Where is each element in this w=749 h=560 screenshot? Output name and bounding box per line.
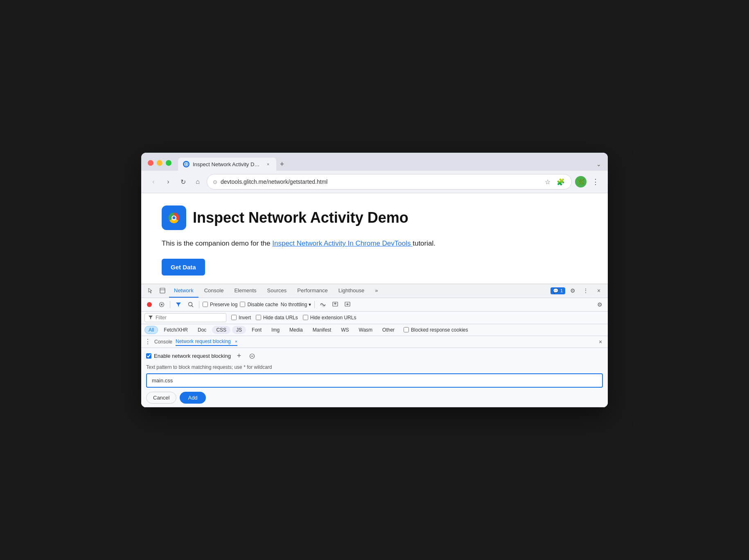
clear-button[interactable]: [157, 300, 167, 309]
type-btn-doc[interactable]: Doc: [194, 326, 210, 334]
blocked-cookies-label[interactable]: Blocked response cookies: [404, 327, 468, 333]
forward-button[interactable]: ›: [162, 176, 174, 187]
url-bar[interactable]: ⊙ devtools.glitch.me/network/getstarted.…: [207, 174, 572, 190]
back-button[interactable]: ‹: [148, 176, 159, 187]
bookmark-icon[interactable]: ☆: [543, 177, 553, 187]
filter-funnel-icon: [148, 315, 153, 320]
tab-console[interactable]: Console: [199, 284, 229, 298]
tab-favicon: [183, 161, 190, 167]
type-btn-media[interactable]: Media: [285, 326, 307, 334]
description-link[interactable]: Inspect Network Activity In Chrome DevTo…: [272, 239, 413, 247]
blocking-panel: Enable network request blocking + Text p…: [141, 348, 608, 407]
security-icon: ⊙: [213, 179, 217, 185]
reload-button[interactable]: ↻: [177, 176, 189, 187]
type-btn-manifest[interactable]: Manifest: [309, 326, 335, 334]
close-window-button[interactable]: [148, 160, 153, 166]
blocking-header: Enable network request blocking +: [146, 351, 603, 361]
invert-label[interactable]: Invert: [231, 315, 251, 321]
devtools-close-button[interactable]: ×: [593, 285, 605, 296]
browser-menu-button[interactable]: ⋮: [590, 176, 601, 187]
network-conditions-button[interactable]: [318, 300, 328, 309]
type-btn-js[interactable]: JS: [232, 326, 246, 334]
filter-button[interactable]: [174, 300, 183, 309]
minimize-window-button[interactable]: [157, 160, 162, 166]
maximize-window-button[interactable]: [166, 160, 171, 166]
cancel-button[interactable]: Cancel: [146, 392, 176, 404]
browser-window: Inspect Network Activity Dem × + ⌄ ‹ › ↻…: [141, 153, 608, 407]
extension-icon[interactable]: 🧩: [556, 177, 566, 187]
home-button[interactable]: ⌂: [192, 176, 203, 187]
devtools-settings-button[interactable]: ⚙: [567, 285, 578, 296]
network-settings-button[interactable]: ⚙: [595, 300, 605, 309]
type-btn-other[interactable]: Other: [378, 326, 399, 334]
type-btn-font[interactable]: Font: [248, 326, 266, 334]
new-tab-button[interactable]: +: [276, 158, 288, 170]
blocked-cookies-checkbox[interactable]: [404, 327, 409, 332]
preserve-log-checkbox[interactable]: [203, 302, 208, 307]
tab-list-chevron[interactable]: ⌄: [596, 161, 601, 167]
hide-data-urls-label[interactable]: Hide data URLs: [256, 315, 298, 321]
svg-point-11: [147, 302, 152, 307]
bottom-panel-menu-icon[interactable]: ⋮: [144, 338, 151, 345]
tab-close-button[interactable]: ×: [265, 161, 271, 167]
blocking-tab-close-icon[interactable]: ×: [235, 339, 237, 344]
type-btn-fetch-xhr[interactable]: Fetch/XHR: [160, 326, 192, 334]
tab-more[interactable]: »: [370, 284, 383, 298]
blocking-clear-button[interactable]: [247, 351, 257, 361]
hide-extension-urls-label[interactable]: Hide extension URLs: [303, 315, 356, 321]
type-btn-all[interactable]: All: [144, 326, 158, 334]
type-btn-wasm[interactable]: Wasm: [355, 326, 377, 334]
badge-icon: 💬: [553, 288, 559, 294]
add-button[interactable]: Add: [180, 392, 205, 404]
toolbar-separator-3: [314, 301, 315, 308]
devtools-more-button[interactable]: ⋮: [580, 285, 591, 296]
title-bar: Inspect Network Activity Dem × + ⌄: [141, 153, 608, 171]
tab-end: ⌄: [288, 161, 601, 171]
disable-cache-checkbox[interactable]: [240, 302, 245, 307]
toolbar-separator-1: [170, 301, 170, 308]
hide-extension-urls-checkbox[interactable]: [303, 315, 308, 320]
enable-blocking-label[interactable]: Enable network request blocking: [146, 353, 231, 359]
invert-checkbox[interactable]: [231, 315, 237, 320]
throttle-dropdown[interactable]: No throttling ▾: [281, 302, 311, 307]
traffic-lights: [148, 160, 171, 171]
page-description: This is the companion demo for the Inspe…: [162, 238, 587, 249]
devtools-tab-bar: Network Console Elements Sources Perform…: [141, 284, 608, 298]
tab-network[interactable]: Network: [169, 284, 199, 298]
disable-cache-label[interactable]: Disable cache: [240, 302, 278, 307]
type-btn-img[interactable]: Img: [267, 326, 284, 334]
record-button[interactable]: [144, 300, 154, 309]
tab-performance[interactable]: Performance: [292, 284, 332, 298]
devtools-cursor-icon[interactable]: [144, 285, 156, 296]
bottom-panel-header: ⋮ Console Network request blocking × ×: [141, 336, 608, 348]
type-btn-ws[interactable]: WS: [337, 326, 353, 334]
devtools-split-icon[interactable]: [157, 285, 168, 296]
tab-sources[interactable]: Sources: [262, 284, 292, 298]
throttle-arrow-icon: ▾: [309, 302, 311, 307]
filter-input-wrap[interactable]: [144, 313, 226, 322]
bottom-panel-tab-console[interactable]: Console: [154, 338, 172, 345]
preserve-log-label[interactable]: Preserve log: [203, 302, 237, 307]
page-header: Inspect Network Activity Demo: [162, 205, 587, 230]
pattern-input[interactable]: [146, 373, 603, 388]
tab-title: Inspect Network Activity Dem: [193, 161, 262, 167]
tab-lighthouse[interactable]: Lighthouse: [334, 284, 370, 298]
type-btn-css[interactable]: CSS: [212, 326, 230, 334]
bottom-panel-tab-blocking[interactable]: Network request blocking ×: [176, 338, 237, 346]
tab-elements[interactable]: Elements: [229, 284, 261, 298]
page-logo: [162, 205, 186, 230]
enable-blocking-checkbox[interactable]: [146, 353, 151, 359]
devtools-end-buttons: 💬 1 ⚙ ⋮ ×: [550, 285, 605, 296]
profile-icon[interactable]: 🌿: [575, 176, 587, 187]
active-tab[interactable]: Inspect Network Activity Dem ×: [178, 158, 276, 171]
page-title: Inspect Network Activity Demo: [193, 209, 408, 226]
hide-data-urls-checkbox[interactable]: [256, 315, 261, 320]
filter-input[interactable]: [156, 315, 213, 321]
bottom-panel-close-button[interactable]: ×: [596, 338, 605, 346]
export-button[interactable]: [343, 300, 352, 309]
get-data-button[interactable]: Get Data: [162, 259, 205, 275]
import-button[interactable]: [330, 300, 340, 309]
devtools-issues-badge[interactable]: 💬 1: [550, 287, 565, 294]
blocking-add-pattern-button[interactable]: +: [234, 351, 244, 361]
search-button[interactable]: [186, 300, 196, 309]
